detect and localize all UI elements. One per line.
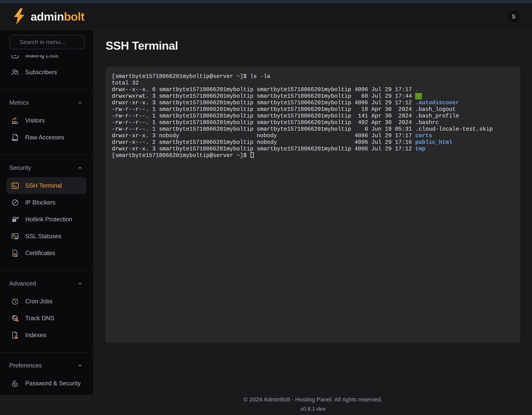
sidebar-section-metrics[interactable]: Metrics xyxy=(9,99,83,106)
adminbolt-app: adminbolt S Mailing Lists xyxy=(0,0,532,415)
section-title: Advanced xyxy=(9,280,36,287)
sidebar-item-raw-accesses[interactable]: RAW Raw Accesses xyxy=(0,129,93,146)
raw-file-icon: RAW xyxy=(11,133,19,142)
sidebar-item-label: Track DNS xyxy=(25,315,54,322)
hotlink-lock-icon xyxy=(11,215,19,224)
sidebar-item-label: Mailing Lists xyxy=(25,55,58,59)
brand-bolt: bolt xyxy=(64,10,85,23)
ssh-terminal-panel[interactable]: [smartbyte15718066201myboltip@server ~]$… xyxy=(105,67,520,343)
app-header: adminbolt S xyxy=(0,3,532,30)
sidebar-item-label: Certificates xyxy=(25,250,55,257)
body-row: Mailing Lists Subscribers Metrics xyxy=(0,30,532,415)
sidebar-item-hotlink-protection[interactable]: Hotlink Protection xyxy=(0,211,93,228)
file-search-icon xyxy=(11,331,19,339)
section-title: Security xyxy=(9,164,31,171)
sidebar-item-ssl-statuses[interactable]: SSL Statuses xyxy=(0,228,93,245)
chevron-up-icon xyxy=(77,362,83,369)
terminal-icon xyxy=(11,182,19,190)
sidebar-divider xyxy=(0,352,93,352)
brand[interactable]: adminbolt xyxy=(12,8,85,25)
sidebar-item-label: IP Blockers xyxy=(25,199,55,206)
sidebar-divider xyxy=(0,154,93,155)
sidebar-divider xyxy=(0,270,93,270)
mail-icon xyxy=(11,55,19,60)
sidebar-item-subscribers[interactable]: Subscribers xyxy=(0,64,93,81)
sidebar-item-certificates[interactable]: Certificates xyxy=(0,245,93,261)
sidebar-item-label: Visitors xyxy=(25,117,45,124)
password-lock-icon xyxy=(11,379,19,388)
sidebar-item-visitors[interactable]: Visitors xyxy=(0,112,93,129)
sidebar-item-label: Cron Jobs xyxy=(25,298,53,305)
brand-name: adminbolt xyxy=(31,10,85,23)
cron-clock-icon xyxy=(11,297,19,306)
top-accent-bar xyxy=(0,0,532,3)
user-avatar[interactable]: S xyxy=(507,10,520,23)
sidebar-section-advanced[interactable]: Advanced xyxy=(9,280,83,287)
sidebar-item-track-dns[interactable]: Track DNS xyxy=(0,310,93,327)
svg-text:RAW: RAW xyxy=(12,138,17,141)
sidebar-menu-top: Mailing Lists Subscribers xyxy=(0,55,93,81)
page-title: SSH Terminal xyxy=(105,39,520,52)
sidebar-section-security[interactable]: Security xyxy=(9,164,83,171)
sidebar-item-ssh-terminal[interactable]: SSH Terminal xyxy=(7,177,86,194)
users-icon xyxy=(11,68,19,77)
certificate-icon xyxy=(11,249,19,257)
brand-admin: admin xyxy=(31,10,64,23)
globe-search-icon xyxy=(11,314,19,323)
visitors-trend-icon xyxy=(11,116,19,125)
sidebar-item-password-security[interactable]: Password & Security xyxy=(0,375,93,392)
ssl-status-icon xyxy=(11,232,19,241)
block-icon xyxy=(11,198,19,207)
section-title: Preferences xyxy=(9,362,42,369)
chevron-up-icon xyxy=(77,164,83,171)
search-box[interactable] xyxy=(9,35,85,49)
terminal-cursor xyxy=(250,152,254,158)
sidebar: Mailing Lists Subscribers Metrics xyxy=(0,30,93,395)
sidebar-item-ip-blockers[interactable]: IP Blockers xyxy=(0,194,93,211)
chevron-up-icon xyxy=(77,280,83,287)
sidebar-item-indexes[interactable]: Indexes xyxy=(0,327,93,343)
sidebar-item-cron-jobs[interactable]: Cron Jobs xyxy=(0,293,93,310)
bolt-logo-icon xyxy=(12,8,26,25)
footer: © 2024 AdminBolt - Hosting Panel. All ri… xyxy=(105,396,520,412)
sidebar-item-label: Subscribers xyxy=(25,69,57,76)
sidebar-section-preferences[interactable]: Preferences xyxy=(9,362,83,369)
sidebar-item-label: Hotlink Protection xyxy=(25,216,72,223)
footer-version: v0.8.1-dev xyxy=(105,406,520,412)
footer-copyright: © 2024 AdminBolt - Hosting Panel. All ri… xyxy=(105,396,520,403)
chevron-up-icon xyxy=(77,99,83,106)
sidebar-item-label: Raw Accesses xyxy=(25,134,64,141)
sidebar-item-label: SSH Terminal xyxy=(25,182,62,189)
sidebar-item-label: Password & Security xyxy=(25,380,81,387)
sidebar-item-label: Indexes xyxy=(25,332,46,339)
section-title: Metrics xyxy=(9,99,29,106)
main-content: SSH Terminal [smartbyte15718066201mybolt… xyxy=(93,30,532,415)
sidebar-item-label: SSL Statuses xyxy=(25,233,61,240)
avatar-initial: S xyxy=(512,13,515,20)
search-input[interactable] xyxy=(20,39,95,45)
sidebar-item-mailing-lists[interactable]: Mailing Lists xyxy=(0,55,93,64)
sidebar-divider xyxy=(0,89,93,89)
terminal-output: [smartbyte15718066201myboltip@server ~]$… xyxy=(112,73,514,159)
